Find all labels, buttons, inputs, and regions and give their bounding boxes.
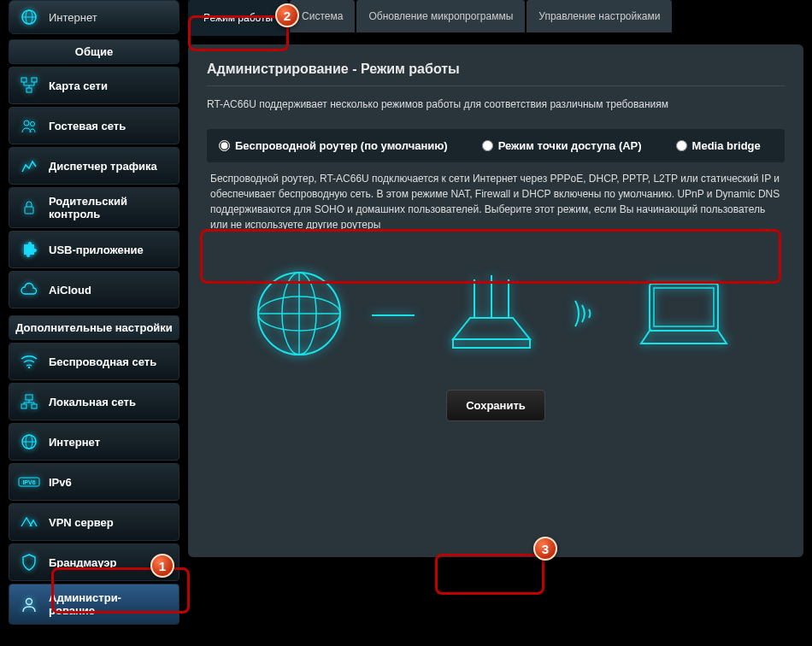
sidebar-item-aicloud[interactable]: AiCloud <box>9 271 179 308</box>
svg-rect-30 <box>654 288 714 326</box>
sidebar: Интернет Общие Карта сети Гостевая сеть … <box>9 0 179 646</box>
vpn-icon <box>18 511 40 533</box>
mode-label: Беспроводной роутер (по умолчанию) <box>235 139 448 152</box>
svg-rect-28 <box>453 339 530 348</box>
tab-system[interactable]: Система <box>290 0 355 32</box>
sidebar-item-label: Гостевая сеть <box>49 120 126 132</box>
sidebar-item-vpn-server[interactable]: VPN сервер <box>9 503 179 541</box>
sidebar-item-parental-control[interactable]: Родительский контроль <box>9 187 179 228</box>
guest-network-icon <box>18 115 40 137</box>
sidebar-item-guest-network[interactable]: Гостевая сеть <box>9 107 179 144</box>
sidebar-item-label: Диспетчер трафика <box>49 160 157 173</box>
sidebar-item-label: USB-приложение <box>49 244 144 256</box>
tab-firmware-upgrade[interactable]: Обновление микропрограммы <box>356 0 525 32</box>
sidebar-item-internet[interactable]: Интернет <box>9 423 179 461</box>
svg-rect-10 <box>26 395 32 400</box>
lock-icon <box>18 197 40 219</box>
tab-settings-management[interactable]: Управление настройками <box>527 0 672 32</box>
network-map-icon <box>18 74 40 97</box>
svg-rect-3 <box>21 78 26 82</box>
mode-media-bridge[interactable]: Media bridge <box>676 139 761 152</box>
mode-label: Режим точки доступа (AP) <box>498 139 642 152</box>
sidebar-item-label: Администри- рование <box>49 591 170 617</box>
lan-icon <box>18 391 40 413</box>
sidebar-item-label: AiCloud <box>49 284 91 297</box>
mode-access-point-radio[interactable] <box>482 140 493 151</box>
sidebar-item-label: Локальная сеть <box>49 396 136 408</box>
svg-text:IPV6: IPV6 <box>22 479 35 485</box>
ipv6-icon: IPV6 <box>18 471 40 493</box>
sidebar-item-label: Беспроводная сеть <box>49 355 156 368</box>
puzzle-icon <box>18 238 40 261</box>
sidebar-item-label: Брандмауэр <box>49 556 116 569</box>
cloud-icon <box>18 279 40 301</box>
sidebar-item-usb-app[interactable]: USB-приложение <box>9 231 179 268</box>
sidebar-item-traffic-manager[interactable]: Диспетчер трафика <box>9 147 179 185</box>
svg-rect-11 <box>21 404 26 408</box>
sidebar-item-network-map[interactable]: Карта сети <box>9 67 179 104</box>
svg-rect-4 <box>32 78 37 82</box>
sidebar-item-label: VPN сервер <box>49 516 114 529</box>
diagram-router-icon <box>440 271 543 360</box>
tab-operation-mode[interactable]: Режим работы <box>188 0 288 36</box>
globe-icon <box>18 6 40 28</box>
mode-label: Media bridge <box>692 139 761 152</box>
mode-wireless-router-radio[interactable] <box>219 140 230 151</box>
tab-bar: Режим работы Система Обновление микропро… <box>188 0 803 36</box>
svg-rect-8 <box>25 207 33 214</box>
shield-icon <box>18 551 40 573</box>
diagram-line-icon <box>372 308 415 323</box>
mode-description: Беспроводной роутер, RT-AC66U подключает… <box>207 171 785 232</box>
panel-subtitle: RT-AC66U поддерживает несколько режимов … <box>207 98 785 110</box>
save-button[interactable]: Сохранить <box>446 390 545 421</box>
globe-icon <box>18 431 40 453</box>
sidebar-item-label: Интернет <box>49 11 97 24</box>
diagram-laptop-icon <box>628 271 739 360</box>
svg-point-9 <box>28 367 30 368</box>
admin-icon <box>18 593 40 615</box>
svg-point-6 <box>24 120 29 126</box>
sidebar-item-ipv6[interactable]: IPV6 IPv6 <box>9 463 179 501</box>
mode-access-point[interactable]: Режим точки доступа (AP) <box>482 139 642 152</box>
mode-wireless-router[interactable]: Беспроводной роутер (по умолчанию) <box>219 139 448 152</box>
sidebar-item-label: IPv6 <box>49 476 72 489</box>
sidebar-item-wireless[interactable]: Беспроводная сеть <box>9 343 179 380</box>
panel-title: Администрирование - Режим работы <box>207 62 785 86</box>
content-panel: Администрирование - Режим работы RT-AC66… <box>188 44 803 557</box>
wifi-icon <box>18 350 40 373</box>
sidebar-item-firewall[interactable]: Брандмауэр <box>9 543 179 581</box>
traffic-icon <box>18 155 40 177</box>
svg-point-7 <box>31 122 35 126</box>
sidebar-section-general: Общие <box>9 39 179 64</box>
sidebar-item-label: Интернет <box>49 436 100 449</box>
diagram-wifi-icon <box>568 292 603 338</box>
sidebar-item-label: Родительский контроль <box>49 195 170 220</box>
diagram-globe-icon <box>252 267 346 364</box>
mode-media-bridge-radio[interactable] <box>676 140 687 151</box>
svg-point-18 <box>26 599 32 605</box>
sidebar-item-administration[interactable]: Администри- рование <box>9 584 179 625</box>
main-content: Режим работы Система Обновление микропро… <box>179 0 803 646</box>
sidebar-item-lan[interactable]: Локальная сеть <box>9 383 179 420</box>
operation-mode-options: Беспроводной роутер (по умолчанию) Режим… <box>207 129 785 162</box>
svg-rect-29 <box>650 284 718 331</box>
svg-rect-5 <box>26 88 32 92</box>
sidebar-item-internet-top[interactable]: Интернет <box>9 0 179 34</box>
sidebar-section-advanced: Дополнительные настройки <box>9 315 179 340</box>
svg-rect-12 <box>32 404 37 408</box>
sidebar-item-label: Карта сети <box>49 79 108 92</box>
mode-diagram <box>207 267 785 364</box>
